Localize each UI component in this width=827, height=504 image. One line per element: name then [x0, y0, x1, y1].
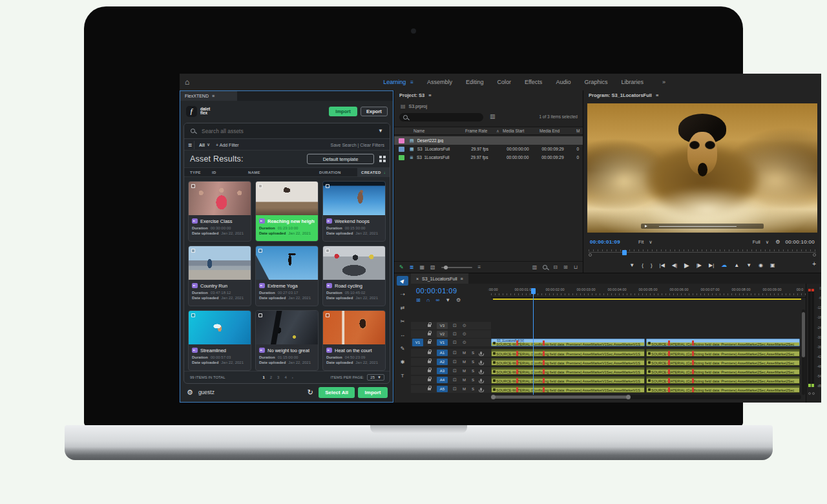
asset-checkbox[interactable] [258, 313, 262, 317]
comparison-view-icon[interactable]: ▣ [770, 262, 775, 268]
trash-icon[interactable]: ⊔ [574, 264, 578, 270]
flexxtend-tab[interactable]: FlexXTEND ≡ [180, 91, 237, 101]
col-frame-rate[interactable]: Frame Rate [465, 129, 496, 133]
col-media-start[interactable]: Media Start [503, 129, 539, 133]
solo-button[interactable]: S [472, 360, 474, 364]
lock-icon[interactable] [428, 361, 431, 363]
scope-caret-icon[interactable]: ∨ [207, 142, 210, 147]
panel-menu-icon[interactable]: ≡ [212, 94, 215, 98]
asset-checkbox[interactable] [191, 249, 195, 253]
step-forward-icon[interactable]: |▶ [696, 262, 702, 268]
add-marker-icon[interactable]: ▼ [629, 262, 634, 268]
timeline-display-settings-icon[interactable]: ⚙ [456, 297, 461, 303]
tab-overflow-icon[interactable]: » [662, 79, 665, 85]
tab-graphics[interactable]: Graphics [584, 79, 607, 85]
track-name-a3[interactable]: A3 [437, 368, 448, 374]
voiceover-mic-icon[interactable] [480, 370, 482, 373]
page-3[interactable]: 3 [277, 375, 279, 379]
items-per-page-dropdown[interactable]: 25 ▼ [367, 374, 384, 381]
tab-editing[interactable]: Editing [466, 79, 484, 85]
sync-lock-icon[interactable]: ⊡ [453, 377, 457, 383]
audio-clip[interactable]: SOURCE-MATERIAL (Conflicting field data:… [491, 358, 645, 366]
panel-menu-icon[interactable]: ≡ [656, 92, 658, 98]
voiceover-mic-icon[interactable] [480, 379, 482, 382]
go-to-out-icon[interactable]: ▶| [709, 262, 714, 268]
clip-marker[interactable] [668, 360, 670, 366]
solo-button[interactable]: S [472, 387, 474, 391]
add-filter-link[interactable]: + Add Filter [216, 143, 239, 147]
source-patch-v1[interactable]: V1 [412, 339, 423, 346]
sync-lock-icon[interactable]: ⊡ [453, 359, 457, 364]
scope-dropdown[interactable]: All [199, 143, 205, 147]
tab-color[interactable]: Color [497, 79, 512, 85]
slip-tool[interactable]: ↔ [397, 330, 408, 340]
asset-card[interactable]: Extreme Yoga Duration00:27:03:17 Date up… [255, 246, 319, 306]
workspace-menu-icon[interactable]: ≡ [410, 79, 414, 85]
clip-marker[interactable] [668, 369, 670, 375]
tab-learning[interactable]: Learning [383, 79, 406, 85]
voiceover-mic-icon[interactable] [480, 388, 482, 391]
track-name-v3[interactable]: V3 [437, 322, 448, 329]
pen-tool[interactable]: ✎ [397, 344, 408, 353]
sync-lock-icon[interactable]: ⊡ [453, 368, 457, 373]
track-select-tool[interactable]: ⇢ [397, 289, 408, 299]
mute-button[interactable]: M [463, 387, 466, 391]
tab-libraries[interactable]: Libraries [621, 79, 644, 85]
video-clip[interactable]: S3_1LocatorsFull [V] SOURCE-MATERIAL (Co… [491, 339, 645, 346]
import-button-bottom[interactable]: Import [358, 387, 388, 398]
solo-button[interactable]: S [472, 378, 474, 382]
col-type[interactable]: TYPE [190, 171, 212, 174]
tab-audio[interactable]: Audio [556, 79, 571, 85]
scrollbar-handle[interactable] [802, 312, 805, 357]
scrollbar-handle[interactable] [492, 395, 629, 399]
clip-marker[interactable] [543, 341, 545, 346]
lock-icon[interactable] [428, 324, 431, 327]
track-name-v2[interactable]: V2 [437, 331, 448, 337]
clip-marker[interactable] [692, 369, 694, 375]
track-name-v1[interactable]: V1 [437, 339, 448, 346]
clip-marker[interactable] [692, 378, 694, 384]
clip-marker[interactable] [543, 378, 545, 384]
lock-icon[interactable] [428, 333, 431, 335]
home-icon[interactable]: ⌂ [185, 78, 189, 87]
solo-button[interactable]: S [472, 369, 474, 373]
export-button[interactable]: Export [361, 107, 388, 116]
page-next[interactable]: › [292, 375, 293, 379]
col-name[interactable]: NAME [248, 171, 319, 174]
mark-in-icon[interactable]: { [642, 262, 644, 268]
page-2[interactable]: 2 [270, 375, 272, 379]
voiceover-mic-icon[interactable] [480, 352, 482, 355]
track-name-a5[interactable]: A5 [437, 386, 448, 392]
sync-lock-icon[interactable]: ⊡ [453, 331, 457, 337]
export-frame-icon[interactable]: ◉ [759, 262, 763, 268]
clip-marker[interactable] [668, 378, 670, 384]
work-area-bar[interactable] [493, 299, 801, 300]
tab-effects[interactable]: Effects [525, 79, 542, 85]
col-created[interactable]: CREATED ↓ [357, 168, 390, 176]
clip-marker[interactable] [543, 387, 545, 393]
lock-icon[interactable] [428, 379, 431, 381]
settings-wrench-icon[interactable]: ⚙ [775, 239, 780, 245]
timeline-h-scrollbar[interactable] [491, 395, 801, 399]
scrollbar-knob[interactable] [589, 253, 592, 257]
project-search-input[interactable] [410, 115, 475, 120]
clip-marker[interactable] [692, 387, 694, 393]
freeform-view-icon[interactable]: ▧ [430, 264, 435, 270]
ripple-edit-tool[interactable]: ⇄ [397, 303, 408, 313]
tree-view-icon[interactable]: ≣ [186, 141, 194, 149]
asset-checkbox[interactable] [326, 184, 330, 188]
mute-button[interactable]: M [463, 360, 466, 364]
go-to-in-icon[interactable]: |◀ [660, 262, 665, 268]
list-view-icon[interactable]: ≣ [410, 264, 414, 270]
clip-marker[interactable] [516, 387, 518, 393]
clip-marker[interactable] [692, 341, 694, 346]
project-row-clip[interactable]: ▦ S3_1LocatorsFull 29.97 fps 00:00:00:00… [394, 145, 583, 153]
col-id[interactable]: ID [212, 171, 248, 174]
clip-marker[interactable] [692, 351, 694, 357]
import-button-top[interactable]: Import [329, 107, 357, 116]
asset-checkbox[interactable] [258, 249, 262, 253]
clip-marker[interactable] [543, 369, 545, 375]
timeline-v-scrollbar[interactable] [802, 310, 805, 395]
extract-icon[interactable]: ▼ [746, 262, 751, 268]
grid-view-icon[interactable] [379, 156, 382, 158]
